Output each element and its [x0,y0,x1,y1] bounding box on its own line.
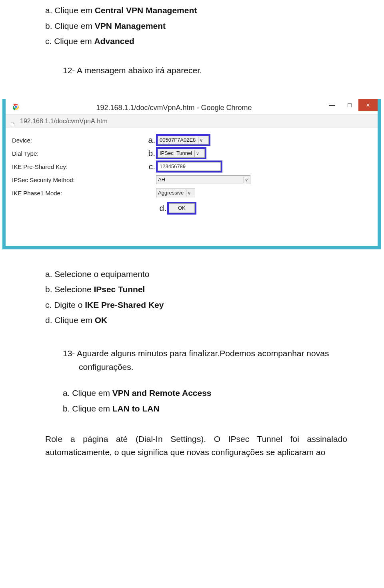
ipsec-method-select[interactable]: AH v [156,175,250,184]
dial-type-value: IPSec_Tunnel [160,149,192,157]
step13-sub-a: a. Clique em VPN and Remote Access [63,387,347,400]
maximize-button[interactable]: □ [341,99,358,111]
ike-key-input[interactable]: 123456789 [158,162,221,171]
dialin-paragraph: Role a página até (Dial-In Settings). O … [45,433,347,459]
page-icon [10,118,16,124]
device-select-highlight: 00507F7A02E8 v [156,134,210,146]
minimize-button[interactable]: — [323,99,341,111]
text: c. Digite o [45,300,85,309]
bold-text: Central VPN Management [95,6,197,15]
label-device: Device: [12,136,144,145]
bold-text: IPsec Tunnel [94,285,145,294]
dial-type-select-highlight: IPSec_Tunnel v [156,147,206,159]
label-ike-key: IKE Pre-Shared Key: [12,162,144,171]
label-ipsec-method: IPSec Security Method: [12,175,144,185]
text: a. Clique em [45,6,95,15]
label-ike-mode: IKE Phase1 Mode: [12,189,144,198]
chrome-logo-icon [12,102,20,111]
chevron-down-icon: v [244,177,250,183]
after-item-d: d. Clique em OK [45,314,347,327]
text: b. Selecione [45,285,94,294]
ok-button-highlight: OK [167,202,196,215]
close-button[interactable]: × [358,99,378,111]
ipsec-method-value: AH [158,176,165,184]
form-area: Device: a. 00507F7A02E8 v Dial Type: b. … [6,128,378,246]
text: a. Clique em [63,388,112,397]
ike-mode-select[interactable]: Aggressive v [156,189,195,197]
chevron-down-icon: v [194,150,200,157]
bold-text: VPN and Remote Access [112,388,212,397]
label-dial-type: Dial Type: [12,149,144,158]
chevron-down-icon: v [198,137,204,144]
after-item-b: b. Selecione IPsec Tunnel [45,283,347,296]
step-13: 13- Aguarde alguns minutos para finaliza… [63,347,347,374]
step11-item-c: c. Clique em Advanced [45,35,347,48]
bold-text: OK [95,315,108,325]
bold-text: Advanced [94,36,134,46]
callout-b: b. [144,147,155,160]
step11-item-b: b. Clique em VPN Management [45,20,347,33]
text: d. Clique em [45,315,95,325]
window-title: 192.168.1.1/doc/cvmVpnA.htm - Google Chr… [25,99,323,114]
chevron-down-icon: v [186,190,192,197]
after-item-a: a. Selecione o equipamento [45,268,347,281]
ike-mode-value: Aggressive [158,189,184,197]
dial-type-select[interactable]: IPSec_Tunnel v [158,149,205,158]
ike-key-highlight: 123456789 [156,161,222,173]
ok-button[interactable]: OK [169,203,195,213]
window-titlebar: 192.168.1.1/doc/cvmVpnA.htm - Google Chr… [6,99,378,114]
browser-window: 192.168.1.1/doc/cvmVpnA.htm - Google Chr… [2,99,381,249]
bold-text: LAN to LAN [112,404,160,413]
bold-text: VPN Management [95,21,166,30]
device-select[interactable]: 00507F7A02E8 v [158,136,209,144]
text: b. Clique em [63,404,112,413]
callout-d: d. [155,202,166,215]
callout-c: c. [144,160,155,173]
url-text[interactable]: 192.168.1.1/doc/cvmVpnA.htm [20,116,108,126]
address-bar: 192.168.1.1/doc/cvmVpnA.htm [6,114,378,128]
step-12-text: 12- A mensagem abaixo irá aparecer. [63,64,347,77]
step-13-line2: configurações. [79,361,347,374]
text: b. Clique em [45,21,95,30]
step13-sub-b: b. Clique em LAN to LAN [63,402,347,415]
callout-a: a. [144,134,155,147]
after-item-c: c. Digite o IKE Pre-Shared Key [45,299,347,312]
step11-item-a: a. Clique em Central VPN Management [45,4,347,17]
step-13-line1: 13- Aguarde alguns minutos para finaliza… [63,347,347,360]
bold-text: IKE Pre-Shared Key [85,300,164,309]
text: c. Clique em [45,36,94,46]
device-value: 00507F7A02E8 [160,136,196,144]
chrome-icon [10,101,22,112]
